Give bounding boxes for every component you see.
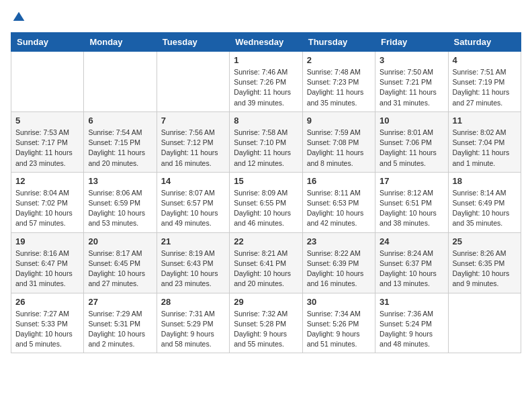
header-tuesday: Tuesday — [157, 33, 229, 52]
day-number: 18 — [453, 176, 517, 186]
day-info: Sunrise: 8:12 AM Sunset: 6:51 PM Dayligh… — [380, 188, 443, 229]
day-info: Sunrise: 7:36 AM Sunset: 5:24 PM Dayligh… — [380, 309, 443, 350]
calendar-cell: 28Sunrise: 7:31 AM Sunset: 5:29 PM Dayli… — [157, 293, 229, 353]
day-info: Sunrise: 7:34 AM Sunset: 5:26 PM Dayligh… — [307, 309, 371, 350]
day-number: 30 — [307, 297, 371, 307]
day-number: 22 — [234, 236, 298, 246]
calendar-cell: 8Sunrise: 7:58 AM Sunset: 7:10 PM Daylig… — [230, 111, 302, 172]
day-number: 12 — [15, 176, 79, 186]
day-info: Sunrise: 8:19 AM Sunset: 6:43 PM Dayligh… — [161, 248, 225, 289]
day-number: 11 — [453, 116, 517, 126]
calendar-cell — [157, 52, 229, 112]
day-number: 4 — [453, 55, 517, 65]
day-number: 25 — [453, 236, 517, 246]
calendar-cell: 22Sunrise: 8:21 AM Sunset: 6:41 PM Dayli… — [230, 232, 302, 293]
header-row: SundayMondayTuesdayWednesdayThursdayFrid… — [11, 33, 521, 52]
calendar-cell: 10Sunrise: 8:01 AM Sunset: 7:06 PM Dayli… — [375, 111, 448, 172]
page-header — [11, 11, 521, 24]
week-row-3: 12Sunrise: 8:04 AM Sunset: 7:02 PM Dayli… — [11, 172, 521, 232]
calendar-cell: 19Sunrise: 8:16 AM Sunset: 6:47 PM Dayli… — [11, 232, 84, 293]
day-info: Sunrise: 7:51 AM Sunset: 7:19 PM Dayligh… — [453, 67, 517, 108]
calendar-cell: 17Sunrise: 8:12 AM Sunset: 6:51 PM Dayli… — [375, 172, 448, 232]
week-row-5: 26Sunrise: 7:27 AM Sunset: 5:33 PM Dayli… — [11, 293, 521, 353]
logo — [11, 11, 26, 24]
svg-marker-0 — [13, 12, 25, 21]
day-number: 13 — [88, 176, 152, 186]
calendar-cell — [448, 293, 521, 353]
day-info: Sunrise: 8:22 AM Sunset: 6:39 PM Dayligh… — [307, 248, 371, 289]
calendar-cell: 4Sunrise: 7:51 AM Sunset: 7:19 PM Daylig… — [448, 52, 521, 112]
calendar-cell: 25Sunrise: 8:26 AM Sunset: 6:35 PM Dayli… — [448, 232, 521, 293]
day-info: Sunrise: 7:58 AM Sunset: 7:10 PM Dayligh… — [234, 128, 298, 169]
calendar-cell: 20Sunrise: 8:17 AM Sunset: 6:45 PM Dayli… — [84, 232, 157, 293]
day-number: 8 — [234, 116, 298, 126]
header-wednesday: Wednesday — [230, 33, 302, 52]
day-info: Sunrise: 8:17 AM Sunset: 6:45 PM Dayligh… — [88, 248, 152, 289]
day-number: 3 — [380, 55, 443, 65]
day-number: 9 — [307, 116, 371, 126]
header-friday: Friday — [375, 33, 448, 52]
day-info: Sunrise: 7:31 AM Sunset: 5:29 PM Dayligh… — [161, 309, 225, 350]
day-info: Sunrise: 8:26 AM Sunset: 6:35 PM Dayligh… — [453, 248, 517, 289]
calendar-cell: 7Sunrise: 7:56 AM Sunset: 7:12 PM Daylig… — [157, 111, 229, 172]
calendar-cell: 16Sunrise: 8:11 AM Sunset: 6:53 PM Dayli… — [302, 172, 375, 232]
logo-icon — [12, 11, 26, 24]
day-info: Sunrise: 8:09 AM Sunset: 6:55 PM Dayligh… — [234, 188, 298, 229]
day-number: 23 — [307, 236, 371, 246]
day-number: 16 — [307, 176, 371, 186]
day-info: Sunrise: 8:01 AM Sunset: 7:06 PM Dayligh… — [380, 128, 443, 169]
week-row-4: 19Sunrise: 8:16 AM Sunset: 6:47 PM Dayli… — [11, 232, 521, 293]
day-info: Sunrise: 7:32 AM Sunset: 5:28 PM Dayligh… — [234, 309, 298, 350]
calendar-cell: 14Sunrise: 8:07 AM Sunset: 6:57 PM Dayli… — [157, 172, 229, 232]
calendar-cell: 2Sunrise: 7:48 AM Sunset: 7:23 PM Daylig… — [302, 52, 375, 112]
calendar-cell — [84, 52, 157, 112]
day-number: 20 — [88, 236, 152, 246]
day-number: 7 — [161, 116, 225, 126]
day-number: 15 — [234, 176, 298, 186]
calendar-cell: 6Sunrise: 7:54 AM Sunset: 7:15 PM Daylig… — [84, 111, 157, 172]
day-number: 26 — [15, 297, 79, 307]
day-number: 21 — [161, 236, 225, 246]
calendar-cell: 11Sunrise: 8:02 AM Sunset: 7:04 PM Dayli… — [448, 111, 521, 172]
day-info: Sunrise: 8:11 AM Sunset: 6:53 PM Dayligh… — [307, 188, 371, 229]
day-info: Sunrise: 7:56 AM Sunset: 7:12 PM Dayligh… — [161, 128, 225, 169]
calendar-cell: 30Sunrise: 7:34 AM Sunset: 5:26 PM Dayli… — [302, 293, 375, 353]
calendar-cell: 13Sunrise: 8:06 AM Sunset: 6:59 PM Dayli… — [84, 172, 157, 232]
calendar-cell: 21Sunrise: 8:19 AM Sunset: 6:43 PM Dayli… — [157, 232, 229, 293]
day-info: Sunrise: 7:29 AM Sunset: 5:31 PM Dayligh… — [88, 309, 152, 350]
calendar-cell: 31Sunrise: 7:36 AM Sunset: 5:24 PM Dayli… — [375, 293, 448, 353]
calendar-cell: 23Sunrise: 8:22 AM Sunset: 6:39 PM Dayli… — [302, 232, 375, 293]
day-info: Sunrise: 7:48 AM Sunset: 7:23 PM Dayligh… — [307, 67, 371, 108]
week-row-2: 5Sunrise: 7:53 AM Sunset: 7:17 PM Daylig… — [11, 111, 521, 172]
day-info: Sunrise: 7:50 AM Sunset: 7:21 PM Dayligh… — [380, 67, 443, 108]
calendar-cell: 9Sunrise: 7:59 AM Sunset: 7:08 PM Daylig… — [302, 111, 375, 172]
calendar-cell: 12Sunrise: 8:04 AM Sunset: 7:02 PM Dayli… — [11, 172, 84, 232]
day-number: 17 — [380, 176, 443, 186]
day-number: 28 — [161, 297, 225, 307]
header-sunday: Sunday — [11, 33, 84, 52]
calendar-cell: 3Sunrise: 7:50 AM Sunset: 7:21 PM Daylig… — [375, 52, 448, 112]
calendar-cell: 1Sunrise: 7:46 AM Sunset: 7:26 PM Daylig… — [230, 52, 302, 112]
day-info: Sunrise: 7:59 AM Sunset: 7:08 PM Dayligh… — [307, 128, 371, 169]
day-info: Sunrise: 7:53 AM Sunset: 7:17 PM Dayligh… — [15, 128, 79, 169]
day-info: Sunrise: 7:46 AM Sunset: 7:26 PM Dayligh… — [234, 67, 298, 108]
day-info: Sunrise: 8:14 AM Sunset: 6:49 PM Dayligh… — [453, 188, 517, 229]
day-number: 31 — [380, 297, 443, 307]
day-number: 10 — [380, 116, 443, 126]
day-info: Sunrise: 8:24 AM Sunset: 6:37 PM Dayligh… — [380, 248, 443, 289]
calendar-cell: 15Sunrise: 8:09 AM Sunset: 6:55 PM Dayli… — [230, 172, 302, 232]
calendar-cell — [11, 52, 84, 112]
header-thursday: Thursday — [302, 33, 375, 52]
calendar-cell: 18Sunrise: 8:14 AM Sunset: 6:49 PM Dayli… — [448, 172, 521, 232]
day-number: 6 — [88, 116, 152, 126]
day-number: 5 — [15, 116, 79, 126]
week-row-1: 1Sunrise: 7:46 AM Sunset: 7:26 PM Daylig… — [11, 52, 521, 112]
day-info: Sunrise: 8:07 AM Sunset: 6:57 PM Dayligh… — [161, 188, 225, 229]
day-info: Sunrise: 8:04 AM Sunset: 7:02 PM Dayligh… — [15, 188, 79, 229]
header-saturday: Saturday — [448, 33, 521, 52]
day-number: 27 — [88, 297, 152, 307]
header-monday: Monday — [84, 33, 157, 52]
calendar-table: SundayMondayTuesdayWednesdayThursdayFrid… — [11, 32, 521, 353]
day-number: 29 — [234, 297, 298, 307]
calendar-cell: 27Sunrise: 7:29 AM Sunset: 5:31 PM Dayli… — [84, 293, 157, 353]
